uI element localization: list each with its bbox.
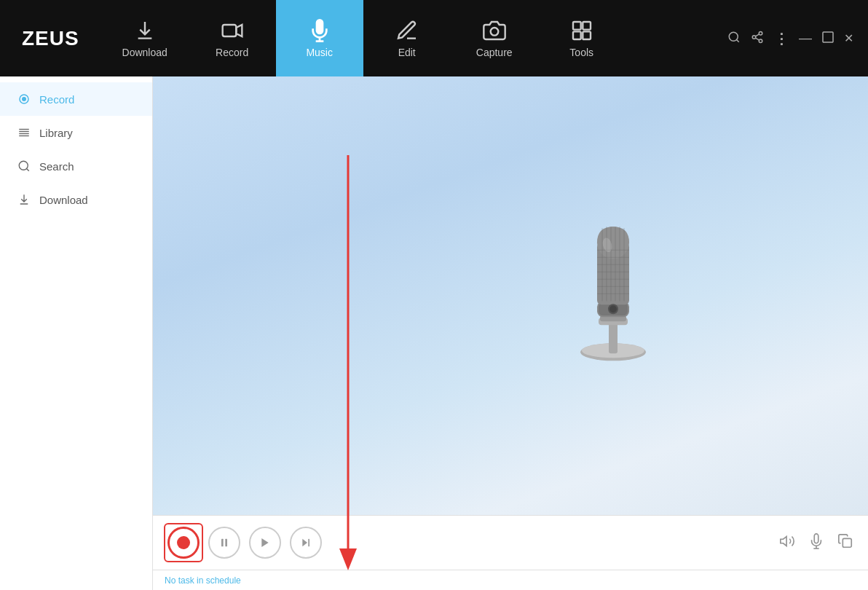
annotation-arrow	[334, 155, 363, 578]
svg-rect-48	[225, 539, 227, 547]
right-controls	[779, 533, 853, 552]
nav-tab-record[interactable]: Record	[189, 0, 276, 76]
nav-tab-download[interactable]: Download	[101, 0, 189, 76]
sidebar-item-search[interactable]: Search	[0, 149, 152, 183]
play-button[interactable]	[249, 527, 281, 559]
volume-icon[interactable]	[779, 533, 795, 552]
sidebar-item-record-label: Record	[39, 93, 74, 106]
more-icon[interactable]: ⋮	[774, 30, 789, 47]
svg-point-8	[752, 35, 756, 39]
svg-rect-55	[843, 538, 851, 547]
svg-line-10	[755, 38, 759, 40]
sidebar-item-search-label: Search	[39, 160, 74, 173]
maximize-icon[interactable]	[822, 31, 834, 46]
window-controls: ⋮ — ✕	[713, 30, 868, 47]
svg-rect-47	[221, 539, 224, 547]
controls-bar	[153, 515, 868, 570]
nav-tab-record-label: Record	[216, 47, 248, 58]
microphone-illustration	[562, 210, 664, 366]
record-button[interactable]	[167, 527, 200, 559]
status-text: No task in schedule	[165, 575, 241, 586]
sidebar-item-download-label: Download	[39, 194, 88, 206]
svg-marker-49	[261, 538, 268, 547]
svg-marker-50	[302, 539, 307, 547]
svg-rect-3	[583, 22, 591, 30]
svg-point-7	[759, 31, 762, 35]
svg-point-14	[23, 98, 26, 101]
sidebar-item-library[interactable]: Library	[0, 116, 152, 149]
nav-tab-capture[interactable]: Capture	[451, 0, 538, 76]
svg-rect-12	[823, 32, 833, 42]
nav-tab-download-label: Download	[122, 47, 167, 58]
main-canvas	[153, 76, 868, 515]
svg-rect-2	[573, 22, 581, 30]
status-bar: No task in schedule	[153, 570, 868, 590]
record-button-wrapper	[167, 527, 200, 559]
nav-tab-edit[interactable]: Edit	[363, 0, 451, 76]
nav-tabs: Download Record Music Edit	[101, 0, 713, 76]
nav-tab-music-label: Music	[306, 47, 333, 58]
svg-rect-22	[609, 323, 618, 353]
mic-input-icon[interactable]	[808, 533, 824, 552]
svg-marker-52	[781, 537, 786, 546]
sidebar-item-record[interactable]: Record	[0, 82, 152, 116]
pause-button[interactable]	[208, 527, 240, 559]
sidebar-item-library-label: Library	[39, 127, 73, 139]
sidebar: Record Library Search Download	[0, 76, 153, 590]
close-icon[interactable]: ✕	[844, 31, 853, 45]
content-area: No task in schedule	[153, 76, 868, 590]
app-logo: ZEUS	[0, 27, 101, 50]
svg-rect-51	[308, 539, 309, 547]
svg-rect-0	[222, 25, 236, 36]
svg-point-19	[19, 161, 28, 170]
nav-tab-tools[interactable]: Tools	[538, 0, 626, 76]
nav-tab-capture-label: Capture	[476, 47, 513, 58]
nav-tab-edit-label: Edit	[398, 47, 416, 58]
svg-point-1	[490, 28, 498, 36]
titlebar: ZEUS Download Record Music	[0, 0, 868, 76]
nav-tab-music[interactable]: Music	[276, 0, 363, 76]
minimize-icon[interactable]: —	[799, 31, 812, 46]
svg-point-9	[759, 39, 762, 43]
svg-rect-4	[573, 31, 581, 39]
next-button[interactable]	[290, 527, 322, 559]
main-layout: Record Library Search Download	[0, 76, 868, 590]
svg-line-11	[755, 34, 759, 36]
nav-tab-tools-label: Tools	[569, 47, 593, 58]
svg-point-6	[729, 32, 738, 41]
sidebar-item-download[interactable]: Download	[0, 183, 152, 216]
expand-icon[interactable]	[837, 533, 853, 552]
svg-point-43	[609, 305, 617, 312]
svg-rect-5	[583, 31, 591, 39]
share-icon[interactable]	[751, 31, 764, 47]
search-icon[interactable]	[727, 31, 741, 47]
